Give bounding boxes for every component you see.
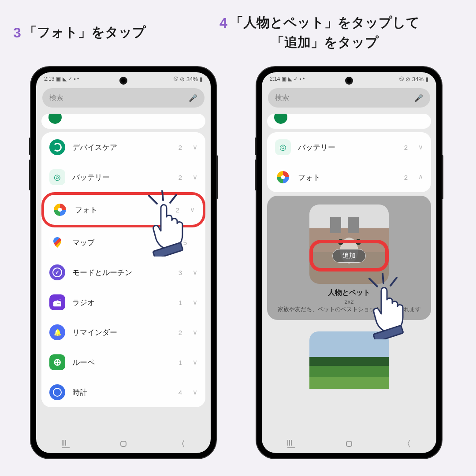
app-label: ルーペ [72,357,171,368]
app-list-item[interactable]: ラジオ1∨ [41,287,205,317]
widget-count: 2 [404,174,408,181]
step-number: 3 [13,22,21,43]
widget-list-content[interactable]: デバイスケア2∨バッテリー2∨フォト2∨マップ5モードとルーチン3∨ラジオ1∨リ… [36,110,211,436]
app-label: ラジオ [72,298,171,308]
status-icons: ▣ ◣ ✓ ▪ • [282,76,305,82]
no-sim-icon: ⊘ [405,76,410,82]
app-label: デバイスケア [72,142,171,152]
chevron-down-icon: ∨ [193,298,197,306]
chevron-down-icon: ∨ [193,328,197,336]
app-icon [52,202,68,218]
app-icon [49,264,65,280]
step-4-header: 4 「人物とペット」をタップして 「追加」をタップ [219,12,420,52]
battery-text: 34% [186,76,198,82]
nav-back-button[interactable] [177,439,185,449]
chevron-down-icon: ∨ [193,358,197,366]
battery-icon: ▮ [425,76,428,82]
nav-home-button[interactable] [346,441,352,447]
battery-text: 34% [412,76,424,82]
screen: 2:13 ▣ ◣ ✓ ▪ • ⧀⊘34%▮ 検索 🎤 デバイスケア2∨バッテリー… [36,72,211,453]
svg-line-2 [170,195,176,203]
widget-count: 3 [178,269,182,276]
tap-hand-cursor [366,273,428,341]
step-number: 4 [219,12,227,33]
phone-mockup-left: 2:13 ▣ ◣ ✓ ▪ • ⧀⊘34%▮ 検索 🎤 デバイスケア2∨バッテリー… [31,67,216,458]
step-text: 「フォト」をタップ [24,22,146,42]
nav-recent-button[interactable] [62,440,70,448]
app-icon [275,169,291,185]
search-placeholder: 検索 [49,93,63,103]
app-list-item[interactable]: バッテリー2∨ [267,132,431,162]
app-label: バッテリー [72,172,171,182]
app-list-item[interactable]: バッテリー2∨ [41,162,205,192]
widget-count: 2 [404,144,408,151]
app-label: 時計 [72,387,171,398]
chevron-up-icon: ∨ [418,173,423,181]
app-list-item[interactable]: デバイスケア2∨ [41,132,205,162]
widget-count: 2 [178,329,182,336]
mic-icon[interactable]: 🎤 [414,94,423,102]
widget-count: 4 [178,389,182,396]
app-list-item[interactable]: ルーペ1∨ [41,347,205,377]
svg-line-5 [383,273,383,283]
nav-home-button[interactable] [120,441,126,447]
svg-line-4 [369,279,377,286]
status-icons: ▣ ◣ ✓ ▪ • [56,76,79,82]
wifi-icon: ⧀ [399,75,404,82]
mic-icon[interactable]: 🎤 [189,94,197,102]
widget-count: 2 [178,144,182,151]
nav-recent-button[interactable] [287,440,295,448]
status-time: 2:13 [44,76,54,82]
search-input[interactable]: 検索 🎤 [42,88,205,108]
navigation-bar [36,436,211,453]
app-list-item[interactable]: フォト2∨ [267,162,431,192]
search-placeholder: 検索 [275,93,289,103]
app-label: モードとルーチン [72,268,171,278]
app-label: バッテリー [298,142,397,152]
svg-line-1 [162,190,163,200]
widget-count: 2 [178,174,182,181]
app-icon [49,139,65,155]
list-item-peek [267,114,431,129]
tap-hand-cursor [145,190,207,258]
app-label: フォト [298,172,397,182]
app-list-item[interactable]: 時計4∨ [41,377,205,407]
chevron-down-icon: ∨ [193,268,197,276]
widget-preview-image: 追加 [309,205,389,284]
widget-count: 1 [178,359,182,366]
chevron-down-icon: ∨ [193,143,197,151]
add-button[interactable]: 追加 [332,249,366,263]
widget-count: 1 [178,299,182,306]
app-icon [49,384,65,400]
search-input[interactable]: 検索 🎤 [268,88,430,108]
wifi-icon: ⧀ [174,75,178,82]
app-list-item[interactable]: リマインダー2∨ [41,317,205,347]
battery-icon: ▮ [200,76,203,82]
chevron-down-icon: ∨ [193,388,197,396]
step-text: 「人物とペット」をタップして 「追加」をタップ [230,12,420,52]
chevron-down-icon: ∨ [193,173,197,181]
step-3-header: 3 「フォト」をタップ [13,22,146,43]
add-button-highlight: 追加 [309,240,389,271]
app-icon [275,139,291,155]
nav-back-button[interactable] [403,439,411,449]
app-icon [49,169,65,185]
chevron-down-icon: ∨ [418,143,423,151]
app-icon [49,294,65,310]
screen: 2:14 ▣ ◣ ✓ ▪ • ⧀⊘34%▮ 検索 🎤 バッテリー2∨フォト2∨ … [262,72,436,453]
app-icon [49,354,65,370]
svg-line-0 [149,196,157,204]
svg-line-6 [390,278,397,286]
app-icon [49,324,65,340]
app-label: リマインダー [72,327,171,338]
status-time: 2:14 [270,76,280,82]
app-icon [49,234,65,250]
app-list-item[interactable]: モードとルーチン3∨ [41,257,205,287]
list-item-peek [41,114,205,129]
no-sim-icon: ⊘ [180,76,185,82]
phone-mockup-right: 2:14 ▣ ◣ ✓ ▪ • ⧀⊘34%▮ 検索 🎤 バッテリー2∨フォト2∨ … [257,67,442,458]
navigation-bar [262,436,436,453]
